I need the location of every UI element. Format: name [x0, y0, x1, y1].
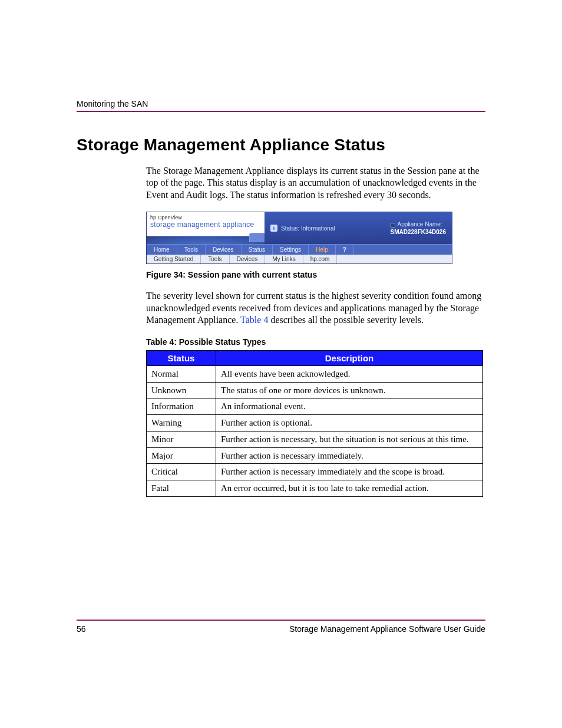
tab-devices[interactable]: Devices — [206, 245, 242, 255]
secondary-tabs: Getting Started Tools Devices My Links h… — [147, 255, 452, 263]
status-indicator: i Status: Informational — [270, 225, 335, 232]
subtab-getting-started[interactable]: Getting Started — [147, 255, 201, 263]
cell-description: An informational event. — [216, 398, 483, 415]
tab-tools[interactable]: Tools — [177, 245, 206, 255]
status-text: Status: Informational — [281, 225, 335, 232]
cell-description: The status of one or more devices is unk… — [216, 382, 483, 398]
table-row: Major Further action is necessary immedi… — [147, 447, 483, 464]
table-row: Normal All events have been acknowledged… — [147, 365, 483, 382]
status-types-table: Status Description Normal All events hav… — [146, 350, 483, 497]
intro-paragraph: The Storage Management Appliance display… — [146, 165, 485, 201]
brand-area: hp OpenView storage management appliance — [147, 212, 265, 244]
table-row: Unknown The status of one or more device… — [147, 382, 483, 398]
footer-rule — [77, 620, 485, 621]
figure-caption: Figure 34: Session pane with current sta… — [146, 270, 485, 279]
running-head: Monitoring the SAN — [77, 99, 485, 111]
info-icon: i — [270, 225, 277, 232]
session-pane: hp OpenView storage management appliance… — [146, 212, 452, 264]
col-header-description: Description — [216, 350, 483, 365]
header-rule — [77, 111, 485, 112]
cell-description: Further action is necessary immediately … — [216, 464, 483, 480]
table-4-link[interactable]: Table 4 — [240, 315, 268, 325]
subtab-tools[interactable]: Tools — [201, 255, 229, 263]
appliance-label: Appliance Name: — [398, 221, 442, 228]
tab-status[interactable]: Status — [242, 245, 273, 255]
subtab-my-links[interactable]: My Links — [265, 255, 303, 263]
appliance-name: SMAD228FK34D026 — [391, 228, 447, 236]
cell-status: Major — [147, 447, 216, 464]
cell-description: An error occurred, but it is too late to… — [216, 480, 483, 497]
table-row: Critical Further action is necessary imm… — [147, 464, 483, 480]
doc-title: Storage Management Appliance Software Us… — [289, 624, 485, 634]
cell-status: Warning — [147, 415, 216, 431]
page-number: 56 — [77, 624, 86, 634]
cell-description: All events have been acknowledged. — [216, 365, 483, 382]
cell-description: Further action is optional. — [216, 415, 483, 431]
brand-title: storage management appliance — [150, 220, 261, 229]
cell-status: Critical — [147, 464, 216, 480]
section-title: Storage Management Appliance Status — [77, 136, 485, 154]
table-caption: Table 4: Possible Status Types — [146, 337, 485, 347]
cell-status: Fatal — [147, 480, 216, 497]
col-header-status: Status — [147, 350, 216, 365]
table-row: Information An informational event. — [147, 398, 483, 415]
page-footer: 56 Storage Management Appliance Software… — [77, 620, 485, 634]
cell-description: Further action is necessary, but the sit… — [216, 431, 483, 447]
tab-settings[interactable]: Settings — [273, 245, 309, 255]
cell-status: Minor — [147, 431, 216, 447]
para2-post: describes all the possible severity leve… — [268, 315, 423, 325]
brand-small: hp OpenView — [150, 215, 261, 220]
cell-description: Further action is necessary immediately. — [216, 447, 483, 464]
figure-session-pane: hp OpenView storage management appliance… — [146, 212, 485, 264]
cell-status: Normal — [147, 365, 216, 382]
appliance-square-icon — [391, 223, 395, 228]
tab-question[interactable]: ? — [336, 245, 354, 255]
tab-help[interactable]: Help — [309, 245, 336, 255]
appliance-name-block: Appliance Name: SMAD228FK34D026 — [391, 220, 447, 236]
table-row: Warning Further action is optional. — [147, 415, 483, 431]
severity-paragraph: The severity level shown for current sta… — [146, 290, 485, 326]
table-row: Fatal An error occurred, but it is too l… — [147, 480, 483, 497]
table-row: Minor Further action is necessary, but t… — [147, 431, 483, 447]
cell-status: Information — [147, 398, 216, 415]
subtab-hp-com[interactable]: hp.com — [303, 255, 338, 263]
cell-status: Unknown — [147, 382, 216, 398]
subtab-devices[interactable]: Devices — [230, 255, 266, 263]
primary-tabs: Home Tools Devices Status Settings Help … — [147, 244, 452, 255]
tab-home[interactable]: Home — [147, 245, 177, 255]
